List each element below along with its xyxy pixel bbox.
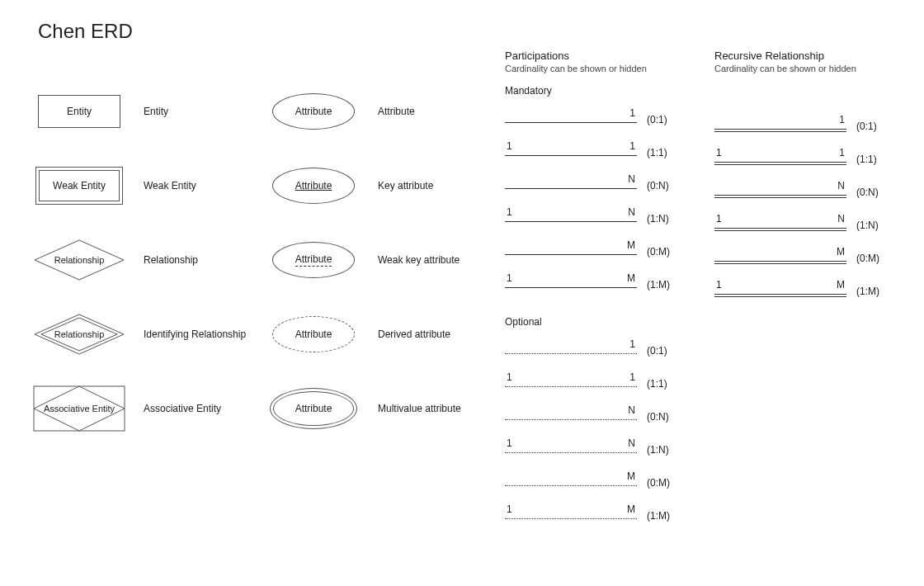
shape-text: Attribute — [295, 328, 332, 340]
shape-label: Multivalue attribute — [378, 403, 461, 414]
associative-entity-shape: Associative Entity — [33, 385, 125, 432]
cardinality-right: N — [628, 206, 635, 218]
cardinality-right: 1 — [629, 338, 635, 350]
cardinality-left: 1 — [507, 140, 512, 152]
shape-text: Attribute — [295, 180, 332, 191]
shape-row-identifying-relationship: Relationship Identifying Relationship — [30, 297, 252, 371]
cardinality-right: N — [628, 173, 635, 185]
shape-row-weak-entity: Weak Entity Weak Entity — [30, 149, 252, 223]
cardinality-left: 1 — [507, 437, 512, 449]
weak-key-attribute-shape: Attribute — [272, 242, 355, 278]
identifying-relationship-shape: Relationship — [34, 314, 125, 355]
cardinality-row: 1M(1:M) — [505, 499, 695, 532]
cardinality-row: N(0:N) — [505, 169, 695, 202]
cardinality-right: M — [837, 279, 845, 291]
mandatory-label: Mandatory — [505, 85, 695, 97]
cardinality-row: M(0:M) — [714, 242, 904, 275]
cardinality-right: 1 — [839, 114, 845, 125]
shape-row-multivalue-attribute: Attribute Multivalue attribute — [264, 371, 495, 446]
cardinality-right: N — [837, 213, 845, 224]
shape-text: Relationship — [34, 314, 125, 355]
cardinality-notation: (0:N) — [647, 180, 669, 191]
shape-text: Weak Entity — [53, 180, 106, 191]
participations-subheading: Cardinality can be shown or hidden — [505, 64, 695, 73]
cardinality-right: 1 — [629, 107, 635, 119]
cardinality-notation: (0:M) — [647, 246, 670, 258]
shape-label: Entity — [144, 106, 168, 117]
cardinality-notation: (1:N) — [647, 444, 669, 456]
cardinality-notation: (0:M) — [647, 477, 670, 489]
shape-row-relationship: Relationship Relationship — [30, 223, 252, 297]
attribute-shape: Attribute — [272, 93, 355, 130]
cardinality-right: 1 — [629, 371, 635, 383]
cardinality-row: M(0:M) — [505, 235, 695, 268]
cardinality-right: M — [627, 503, 635, 515]
cardinality-row: M(0:M) — [505, 466, 695, 499]
shapes-column-entities: Entity Entity Weak Entity Weak Entity Re… — [30, 74, 252, 446]
cardinality-right: M — [627, 239, 635, 251]
key-attribute-shape: Attribute — [272, 168, 355, 204]
cardinality-row: 1N(1:N) — [714, 209, 904, 242]
cardinality-right: N — [628, 437, 635, 449]
cardinality-notation: (1:M) — [856, 286, 879, 297]
shape-text: Attribute — [295, 403, 332, 414]
cardinality-left: 1 — [716, 147, 722, 158]
cardinality-notation: (1:1) — [647, 378, 667, 390]
cardinality-row: 1M(1:M) — [505, 268, 695, 301]
cardinality-right: N — [837, 180, 845, 191]
cardinality-right: M — [837, 246, 845, 258]
entity-shape: Entity — [38, 95, 120, 128]
cardinality-notation: (1:1) — [647, 147, 667, 158]
shape-row-attribute: Attribute Attribute — [264, 74, 495, 149]
cardinality-left: 1 — [507, 272, 512, 284]
cardinality-notation: (1:M) — [647, 279, 670, 291]
shapes-column-attributes: Attribute Attribute Attribute Key attrib… — [264, 74, 495, 446]
derived-attribute-shape: Attribute — [272, 316, 355, 352]
shape-text: Relationship — [34, 239, 125, 281]
cardinality-right: 1 — [629, 140, 635, 152]
cardinality-row: 1M(1:M) — [714, 275, 904, 308]
cardinality-row: 1N(1:N) — [505, 202, 695, 235]
cardinality-left: 1 — [507, 503, 512, 515]
cardinality-right: M — [627, 272, 635, 284]
cardinality-right: M — [627, 470, 635, 482]
cardinality-right: 1 — [839, 147, 845, 158]
cardinality-row: 11(1:1) — [505, 136, 695, 169]
cardinality-notation: (1:1) — [856, 154, 877, 165]
cardinality-row: 1(0:1) — [505, 334, 695, 367]
multivalue-attribute-shape: Attribute — [270, 388, 357, 429]
cardinality-row: 11(1:1) — [714, 143, 904, 176]
cardinality-notation: (1:M) — [647, 510, 670, 522]
cardinality-notation: (0:N) — [647, 411, 669, 423]
cardinality-row: 11(1:1) — [505, 367, 695, 400]
cardinality-left: 1 — [716, 213, 722, 224]
recursive-heading: Recursive Relationship — [714, 50, 904, 62]
optional-label: Optional — [505, 316, 695, 328]
cardinality-notation: (0:1) — [856, 121, 877, 132]
shape-row-associative-entity: Associative Entity Associative Entity — [30, 371, 252, 446]
shape-text: Associative Entity — [33, 385, 125, 432]
relationship-shape: Relationship — [34, 239, 125, 281]
cardinality-notation: (0:1) — [647, 345, 667, 357]
cardinality-row: N(0:N) — [714, 176, 904, 209]
shape-label: Weak Entity — [144, 180, 196, 191]
cardinality-row: N(0:N) — [505, 400, 695, 433]
shape-label: Associative Entity — [144, 403, 221, 414]
shape-row-entity: Entity Entity — [30, 74, 252, 149]
shape-label: Identifying Relationship — [144, 328, 246, 340]
cardinality-left: 1 — [507, 206, 512, 218]
shape-label: Weak key attribute — [378, 254, 460, 266]
participations-heading: Participations — [505, 50, 695, 62]
cardinality-notation: (1:N) — [856, 220, 879, 231]
cardinality-left: 1 — [507, 371, 512, 383]
cardinality-notation: (0:M) — [856, 253, 879, 264]
shape-row-derived-attribute: Attribute Derived attribute — [264, 297, 495, 371]
recursive-subheading: Cardinality can be shown or hidden — [714, 64, 904, 73]
cardinality-right: N — [628, 404, 635, 416]
recursive-section: Recursive Relationship Cardinality can b… — [714, 50, 904, 308]
shape-text: Attribute — [295, 106, 332, 117]
cardinality-notation: (1:N) — [647, 213, 669, 224]
shape-label: Key attribute — [378, 180, 433, 191]
cardinality-row: 1(0:1) — [714, 110, 904, 143]
page-title: Chen ERD — [38, 20, 133, 43]
